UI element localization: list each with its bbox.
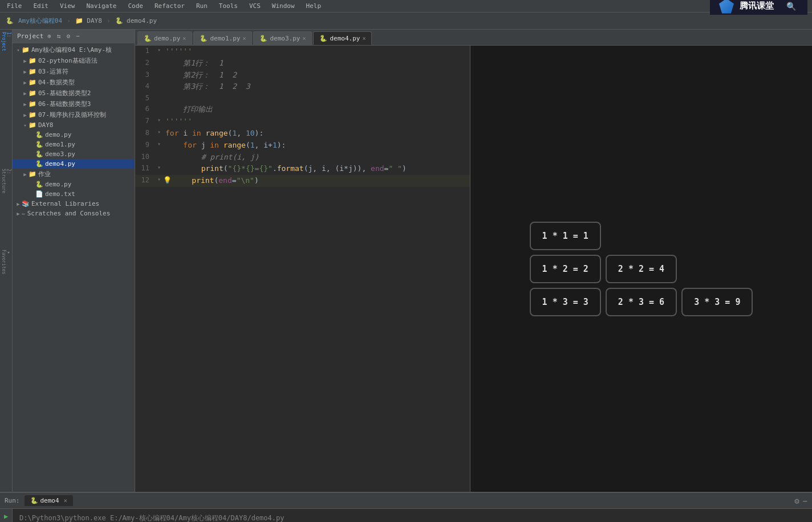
menu-view[interactable]: View bbox=[58, 1, 78, 11]
tab-close-demo4[interactable]: × bbox=[362, 35, 366, 42]
titlebar: 🐍 Amy核心编程04 › 📁 DAY8 › 🐍 demo4.py bbox=[0, 13, 812, 30]
line-content-8: for i in range(1, 10): bbox=[163, 128, 470, 140]
menu-window[interactable]: Window bbox=[270, 1, 297, 11]
tab-icon-demo4: 🐍 bbox=[319, 35, 327, 42]
run-toolbar: ▶ ■ ⏸ ↑ ≡ ↓ 📌 🗑 bbox=[0, 509, 13, 522]
sidebar-favorites-btn[interactable]: ★ Favorites bbox=[1, 251, 12, 274]
menu-code[interactable]: Code bbox=[125, 1, 145, 11]
run-minimize-btn[interactable]: − bbox=[803, 496, 807, 505]
line-num-9: 9 bbox=[135, 140, 155, 150]
project-panel-header: Project ⊕ ⇆ ⚙ − bbox=[13, 30, 135, 43]
tab-icon-demo1: 🐍 bbox=[200, 35, 208, 42]
multiplication-table: 1 * 1 = 1 1 * 2 = 2 2 * 2 = 4 1 * 3 = 3 … bbox=[518, 210, 765, 328]
tab-demo[interactable]: 🐍 demo.py × bbox=[137, 31, 192, 45]
tree-label-day8: DAY8 bbox=[38, 121, 54, 129]
line-num-8: 8 bbox=[135, 128, 155, 138]
tree-root[interactable]: ▾ 📁 Amy核心编程04 E:\Amy-核 bbox=[13, 44, 135, 55]
tab-close-demo[interactable]: × bbox=[182, 35, 186, 42]
project-tree: ▾ 📁 Amy核心编程04 E:\Amy-核 ▶ 📁 02-python基础语法… bbox=[13, 43, 135, 492]
tree-root-label: Amy核心编程04 E:\Amy-核 bbox=[31, 46, 112, 54]
code-editor[interactable]: 1 ▾ '''''' 2 第1行： 1 3 第2行： 1 2 bbox=[135, 46, 470, 492]
project-btn-add[interactable]: ⊕ bbox=[46, 32, 53, 40]
line-content-9: for j in range(1, i+1): bbox=[163, 140, 470, 152]
menu-help[interactable]: Help bbox=[304, 1, 324, 11]
project-btn-settings[interactable]: ⚙ bbox=[65, 32, 72, 40]
tree-folder-03[interactable]: ▶ 📁 03-运算符 bbox=[13, 66, 135, 77]
fold-12[interactable]: ▾ bbox=[155, 175, 163, 184]
menu-edit[interactable]: Edit bbox=[31, 1, 51, 11]
tab-demo1[interactable]: 🐍 demo1.py × bbox=[193, 31, 252, 45]
code-line-5: 5 bbox=[135, 93, 470, 104]
run-output[interactable]: D:\Python3\python.exe E:/Amy-核心编程04/Amy核… bbox=[13, 509, 812, 522]
menu-tools[interactable]: Tools bbox=[217, 1, 240, 11]
run-tab-close[interactable]: × bbox=[64, 497, 67, 504]
line-num-7: 7 bbox=[135, 116, 155, 127]
bulb-icon[interactable]: 💡 bbox=[163, 175, 172, 186]
tree-file-demo4[interactable]: 🐍 demo4.py bbox=[13, 159, 135, 169]
line-content-11: print("{}*{}={}".format(j, i, (i*j)), en… bbox=[163, 163, 470, 175]
main-layout: 1: Project 2: Structure ★ Favorites Proj… bbox=[0, 30, 812, 492]
run-play-btn[interactable]: ▶ bbox=[1, 511, 11, 521]
project-btn-sync[interactable]: ⇆ bbox=[55, 32, 63, 40]
breadcrumb-day8[interactable]: 📁 DAY8 bbox=[75, 17, 102, 25]
run-tabs-bar: Run: 🐍 demo4 × ⚙ − bbox=[0, 493, 812, 509]
run-panel: Run: 🐍 demo4 × ⚙ − ▶ ■ ⏸ ↑ ≡ ↓ 📌 🗑 D:\Py… bbox=[0, 492, 812, 522]
tree-file-demo-zy[interactable]: 🐍 demo.py bbox=[13, 180, 135, 189]
run-content: ▶ ■ ⏸ ↑ ≡ ↓ 📌 🗑 D:\Python3\python.exe E:… bbox=[0, 509, 812, 522]
tree-file-demo-txt[interactable]: 📄 demo.txt bbox=[13, 189, 135, 199]
line-content-4: 第3行： 1 2 3 bbox=[163, 81, 470, 93]
tree-label-07: 07-顺序执行及循环控制 bbox=[38, 111, 106, 119]
tree-folder-day8[interactable]: ▾ 📁 DAY8 bbox=[13, 120, 135, 130]
sidebar-project-btn[interactable]: 1: Project bbox=[1, 32, 12, 55]
project-btn-close[interactable]: − bbox=[74, 32, 82, 40]
tab-demo4[interactable]: 🐍 demo4.py × bbox=[313, 31, 372, 45]
sidebar-structure-btn[interactable]: 2: Structure bbox=[1, 170, 12, 193]
tree-external-libs[interactable]: ▶ 📚 External Libraries bbox=[13, 199, 135, 209]
sidebar-icon-strip: 1: Project 2: Structure ★ Favorites bbox=[0, 30, 13, 492]
fold-11[interactable]: ▾ bbox=[155, 163, 163, 172]
fold-8[interactable]: ▾ bbox=[155, 128, 163, 137]
menu-vcs[interactable]: VCS bbox=[247, 1, 263, 11]
run-settings-btn[interactable]: ⚙ bbox=[794, 496, 799, 505]
tab-label-demo4: demo4.py bbox=[330, 35, 360, 42]
line-num-3: 3 bbox=[135, 70, 155, 80]
tab-close-demo1[interactable]: × bbox=[242, 35, 246, 42]
mult-row-1: 1 * 1 = 1 bbox=[530, 222, 753, 250]
run-tab-demo4[interactable]: 🐍 demo4 × bbox=[25, 495, 73, 506]
tree-file-demo3[interactable]: 🐍 demo3.py bbox=[13, 149, 135, 159]
tree-file-demo1[interactable]: 🐍 demo1.py bbox=[13, 140, 135, 149]
fold-9[interactable]: ▾ bbox=[155, 140, 163, 149]
breadcrumb-project[interactable]: Amy核心编程04 bbox=[18, 17, 62, 25]
tab-label-demo: demo.py bbox=[154, 35, 180, 42]
mult-cell-1-1: 1 * 1 = 1 bbox=[530, 222, 601, 250]
menu-run[interactable]: Run bbox=[194, 1, 210, 11]
tree-label-04: 04-数据类型 bbox=[38, 78, 75, 87]
tree-scratches[interactable]: ▶ ✏ Scratches and Consoles bbox=[13, 209, 135, 218]
fold-7[interactable]: ▾ bbox=[155, 116, 163, 125]
menu-file[interactable]: File bbox=[5, 1, 25, 11]
search-icon[interactable]: 🔍 bbox=[784, 1, 798, 12]
tree-folder-zuoye[interactable]: ▶ 📁 作业 bbox=[13, 169, 135, 180]
code-line-8: 8 ▾ for i in range(1, 10): bbox=[135, 128, 470, 140]
tree-label-06: 06-基础数据类型3 bbox=[38, 100, 91, 108]
menu-navigate[interactable]: Navigate bbox=[84, 1, 119, 11]
tree-label-zuoye: 作业 bbox=[38, 170, 51, 178]
line-content-1: '''''' bbox=[163, 46, 470, 58]
tree-folder-05[interactable]: ▶ 📁 05-基础数据类型2 bbox=[13, 88, 135, 99]
tree-label-ext-libs: External Libraries bbox=[31, 200, 99, 207]
fold-1[interactable]: ▾ bbox=[155, 46, 163, 55]
code-line-10: 10 # print(i, j) bbox=[135, 152, 470, 164]
menu-bar: File Edit View Navigate Code Refactor Ru… bbox=[0, 0, 812, 13]
breadcrumb-file[interactable]: 🐍 demo4.py bbox=[115, 17, 157, 25]
tree-label-demo-zy: demo.py bbox=[45, 181, 71, 188]
tab-close-demo3[interactable]: × bbox=[302, 35, 306, 42]
tree-folder-04[interactable]: ▶ 📁 04-数据类型 bbox=[13, 77, 135, 88]
tree-file-demo[interactable]: 🐍 demo.py bbox=[13, 130, 135, 140]
menu-refactor[interactable]: Refactor bbox=[152, 1, 187, 11]
tree-folder-02[interactable]: ▶ 📁 02-python基础语法 bbox=[13, 55, 135, 66]
tree-folder-06[interactable]: ▶ 📁 06-基础数据类型3 bbox=[13, 99, 135, 109]
code-line-11: 11 ▾ print("{}*{}={}".format(j, i, (i*j)… bbox=[135, 163, 470, 175]
mult-cell-3-3: 3 * 3 = 9 bbox=[681, 288, 753, 316]
tab-demo3[interactable]: 🐍 demo3.py × bbox=[253, 31, 312, 45]
tree-folder-07[interactable]: ▶ 📁 07-顺序执行及循环控制 bbox=[13, 109, 135, 120]
